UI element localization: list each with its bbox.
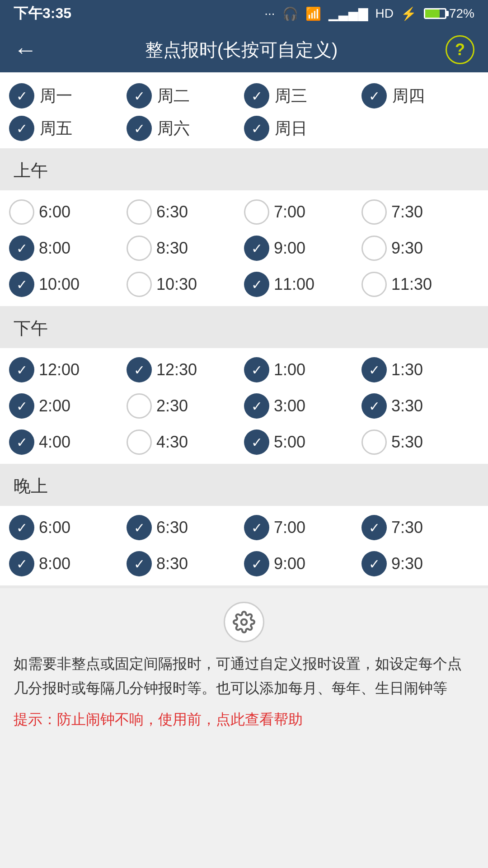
time-label: 8:00 [39, 239, 70, 258]
day-item-周四[interactable]: ✓周四 [361, 83, 479, 108]
time-item-evening-730[interactable]: ✓7:30 [361, 515, 479, 540]
time-checkbox [361, 272, 387, 297]
time-item-evening-600[interactable]: ✓6:00 [9, 515, 127, 540]
time-label: 8:30 [156, 239, 188, 258]
time-item-evening-900[interactable]: ✓9:00 [244, 551, 361, 576]
time-item-afternoon-1230[interactable]: ✓12:30 [127, 357, 244, 382]
time-checkbox [127, 393, 152, 419]
time-item-afternoon-400[interactable]: ✓4:00 [9, 429, 127, 455]
time-item-morning-730[interactable]: 7:30 [361, 199, 479, 225]
time-label: 7:00 [274, 203, 305, 222]
time-item-morning-1030[interactable]: 10:30 [127, 272, 244, 297]
time-item-afternoon-130[interactable]: ✓1:30 [361, 357, 479, 382]
time-checkbox: ✓ [361, 551, 387, 576]
day-label-周三: 周三 [275, 85, 307, 107]
time-label: 3:30 [391, 396, 423, 415]
status-icons: ··· 🎧 📶 ▁▃▅▇ HD ⚡ 72% [264, 6, 474, 21]
day-checkbox-周五: ✓ [9, 116, 34, 141]
time-item-evening-800[interactable]: ✓8:00 [9, 551, 127, 576]
day-label-周一: 周一 [40, 85, 72, 107]
time-item-evening-930[interactable]: ✓9:30 [361, 551, 479, 576]
help-button[interactable]: ? [446, 35, 474, 64]
status-bar: 下午3:35 ··· 🎧 📶 ▁▃▅▇ HD ⚡ 72% [0, 0, 488, 27]
day-label-周四: 周四 [392, 85, 425, 107]
time-item-afternoon-230[interactable]: 2:30 [127, 393, 244, 419]
day-item-周六[interactable]: ✓周六 [127, 116, 244, 141]
back-button[interactable]: ← [14, 36, 37, 63]
hint-text[interactable]: 提示：防止闹钟不响，使用前，点此查看帮助 [14, 710, 474, 730]
time-item-evening-830[interactable]: ✓8:30 [127, 551, 244, 576]
time-label: 9:30 [391, 239, 423, 258]
page-title: 整点报时(长按可自定义) [37, 38, 446, 62]
app-header: ← 整点报时(长按可自定义) ? [0, 27, 488, 72]
time-label: 7:30 [391, 518, 423, 537]
time-item-afternoon-300[interactable]: ✓3:00 [244, 393, 361, 419]
dots-icon: ··· [264, 6, 275, 21]
time-label: 11:00 [274, 275, 314, 294]
time-item-afternoon-200[interactable]: ✓2:00 [9, 393, 127, 419]
time-item-evening-700[interactable]: ✓7:00 [244, 515, 361, 540]
time-item-afternoon-500[interactable]: ✓5:00 [244, 429, 361, 455]
time-item-morning-600[interactable]: 6:00 [9, 199, 127, 225]
day-checkbox-周日: ✓ [244, 116, 269, 141]
day-item-周日[interactable]: ✓周日 [244, 116, 361, 141]
time-item-morning-1100[interactable]: ✓11:00 [244, 272, 361, 297]
day-item-周三[interactable]: ✓周三 [244, 83, 361, 108]
time-checkbox: ✓ [244, 515, 269, 540]
time-checkbox: ✓ [361, 357, 387, 382]
time-label: 10:00 [39, 275, 80, 294]
time-label: 12:30 [156, 360, 197, 379]
time-checkbox: ✓ [9, 236, 34, 261]
time-checkbox [127, 429, 152, 455]
time-checkbox: ✓ [244, 236, 269, 261]
time-item-afternoon-430[interactable]: 4:30 [127, 429, 244, 455]
time-label: 8:30 [156, 554, 188, 573]
time-label: 3:00 [274, 396, 305, 415]
time-item-morning-830[interactable]: 8:30 [127, 236, 244, 261]
time-checkbox [244, 199, 269, 225]
hd-label: HD [375, 6, 394, 21]
time-item-afternoon-1200[interactable]: ✓12:00 [9, 357, 127, 382]
time-label: 6:00 [39, 518, 70, 537]
time-item-morning-630[interactable]: 6:30 [127, 199, 244, 225]
time-checkbox: ✓ [127, 551, 152, 576]
day-checkbox-周六: ✓ [127, 116, 152, 141]
day-item-周二[interactable]: ✓周二 [127, 83, 244, 108]
settings-button[interactable] [224, 602, 264, 642]
gear-icon [233, 611, 255, 633]
time-item-morning-800[interactable]: ✓8:00 [9, 236, 127, 261]
time-section-afternoon: ✓12:00✓12:30✓1:00✓1:30✓2:002:30✓3:00✓3:3… [0, 348, 488, 464]
time-label: 9:00 [274, 554, 305, 573]
time-checkbox: ✓ [244, 551, 269, 576]
time-label: 11:30 [391, 275, 432, 294]
battery-indicator: 72% [424, 6, 474, 21]
day-label-周五: 周五 [40, 118, 72, 140]
days-grid: ✓周一✓周二✓周三✓周四✓周五✓周六✓周日 [9, 83, 479, 141]
section-header-afternoon: 下午 [0, 309, 488, 348]
time-checkbox: ✓ [9, 551, 34, 576]
battery-percent: 72% [449, 6, 474, 21]
time-checkbox: ✓ [9, 393, 34, 419]
time-checkbox [361, 199, 387, 225]
day-item-周五[interactable]: ✓周五 [9, 116, 127, 141]
time-item-morning-700[interactable]: 7:00 [244, 199, 361, 225]
time-checkbox: ✓ [127, 515, 152, 540]
time-checkbox: ✓ [127, 357, 152, 382]
time-item-afternoon-530[interactable]: 5:30 [361, 429, 479, 455]
time-item-afternoon-100[interactable]: ✓1:00 [244, 357, 361, 382]
time-label: 8:00 [39, 554, 70, 573]
time-item-morning-1130[interactable]: 11:30 [361, 272, 479, 297]
day-checkbox-周三: ✓ [244, 83, 269, 108]
time-label: 10:30 [156, 275, 197, 294]
time-item-morning-1000[interactable]: ✓10:00 [9, 272, 127, 297]
time-item-morning-900[interactable]: ✓9:00 [244, 236, 361, 261]
time-label: 7:30 [391, 203, 423, 222]
time-item-evening-630[interactable]: ✓6:30 [127, 515, 244, 540]
time-checkbox: ✓ [361, 393, 387, 419]
time-item-morning-930[interactable]: 9:30 [361, 236, 479, 261]
day-item-周一[interactable]: ✓周一 [9, 83, 127, 108]
time-item-afternoon-330[interactable]: ✓3:30 [361, 393, 479, 419]
time-label: 9:00 [274, 239, 305, 258]
time-checkbox [9, 199, 34, 225]
time-checkbox [127, 199, 152, 225]
